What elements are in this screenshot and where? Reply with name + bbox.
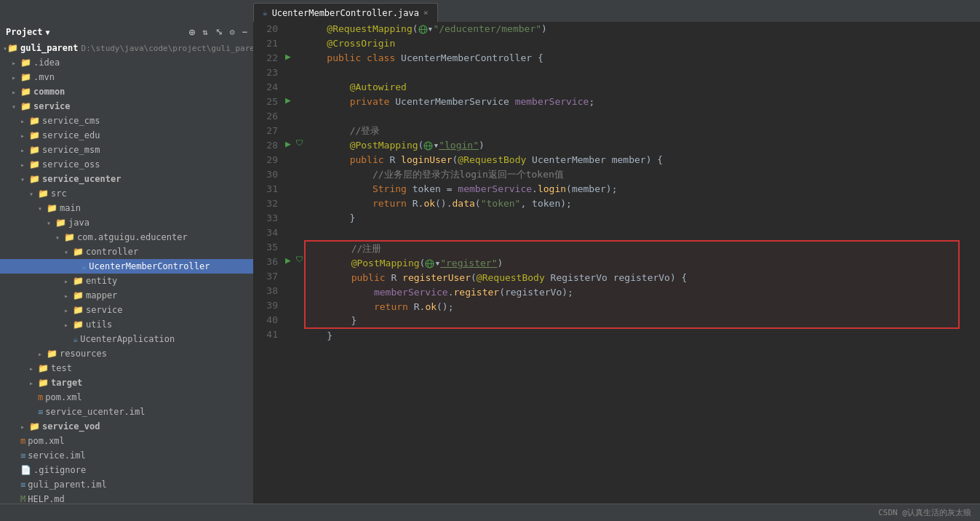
expand-arrow: ▸ [38, 350, 47, 358]
line-num-38: 38 [259, 284, 278, 298]
tree-item-resources[interactable]: ▸ 📁 resources [0, 346, 253, 361]
tree-item-help-md[interactable]: M HELP.md [0, 492, 253, 504]
folder-icon: 📁 [29, 130, 40, 140]
run-icon-22[interactable]: ▶ [285, 51, 291, 62]
code-line-34 [304, 226, 965, 240]
java-icon: ☕ [73, 334, 78, 344]
status-bar: CSDN @认真生活的灰太狼 [0, 504, 980, 521]
tree-item-entity[interactable]: ▸ 📁 entity [0, 274, 253, 288]
line-num-21: 21 [259, 36, 278, 51]
tree-item-service-iml[interactable]: ≡ service.iml [0, 448, 253, 463]
tree-item-mapper[interactable]: ▸ 📁 mapper [0, 288, 253, 303]
item-label: common [33, 87, 65, 97]
item-label: pom.xml [45, 392, 82, 402]
tree-item-src[interactable]: ▾ 📁 src [0, 186, 253, 201]
tree-item-utils[interactable]: ▸ 📁 utils [0, 317, 253, 332]
chevron-down-icon: ▼ [46, 28, 50, 36]
tree-item-target[interactable]: ▸ 📁 target [0, 375, 253, 390]
active-tab[interactable]: ☕ UcenterMemberController.java × [253, 3, 438, 22]
item-label: service_cms [42, 116, 100, 126]
item-label: service [33, 101, 71, 111]
code-line-23 [304, 65, 965, 80]
tree-item-common[interactable]: ▸ 📁 common [0, 84, 253, 99]
run-icon-29[interactable]: ▶ [285, 138, 291, 149]
expand-arrow: ▸ [12, 73, 20, 81]
tree-item-guli-parent[interactable]: ▾ 📁 guli_parent D:\study\java\code\proje… [0, 41, 253, 55]
tree-item-service-oss[interactable]: ▸ 📁 service_oss [0, 157, 253, 172]
tree-item-mvn[interactable]: ▸ 📁 .mvn [0, 70, 253, 84]
shield-icon-37: 🛡 [295, 255, 303, 264]
expand-arrow: ▾ [64, 248, 73, 256]
code-line-39: return R.ok(); [306, 300, 958, 314]
tree-item-pom-root[interactable]: m pom.xml [0, 434, 253, 448]
run-icon-37[interactable]: ▶ [285, 255, 291, 266]
sidebar: Project ▼ ⊕ ⇅ ⤡ ⚙ − ▾ 📁 guli_parent D:\s… [0, 22, 253, 504]
tab-close-button[interactable]: × [423, 8, 429, 17]
tree-item-service-ucenter-iml[interactable]: ≡ service_ucenter.iml [0, 405, 253, 419]
project-label: Project [6, 27, 43, 37]
folder-icon: 📁 [20, 101, 31, 111]
tree-item-main[interactable]: ▾ 📁 main [0, 201, 253, 215]
item-label: mapper [86, 290, 117, 301]
code-line-36: @PostMapping(▾"register") [306, 256, 958, 271]
tree-item-test[interactable]: ▸ 📁 test [0, 361, 253, 375]
item-label: UcenterApplication [80, 334, 175, 344]
expand-arrow: ▸ [20, 132, 29, 140]
item-path: D:\study\java\code\project\guli_parent [81, 44, 253, 53]
collapse-icon[interactable]: ⤡ [215, 27, 223, 37]
line-num-23: 23 [259, 65, 278, 80]
tree-item-service-vod[interactable]: ▸ 📁 service_vod [0, 419, 253, 434]
tree-item-ucenter-controller[interactable]: ☕ UcenterMemberController [0, 259, 253, 274]
item-label: main [60, 203, 81, 213]
globe-icon-28 [423, 141, 433, 151]
tree-item-service-pkg[interactable]: ▸ 📁 service [0, 303, 253, 317]
globe-icon-20 [418, 25, 428, 34]
code-line-26 [304, 109, 965, 124]
expand-arrow: ▾ [55, 234, 64, 242]
item-label: com.atguigu.educenter [77, 232, 188, 242]
java-icon: ☕ [81, 261, 87, 271]
expand-arrow: ▾ [29, 190, 38, 198]
java-file-icon: ☕ [263, 8, 268, 17]
tree-item-service-edu[interactable]: ▸ 📁 service_edu [0, 128, 253, 143]
expand-arrow: ▸ [29, 365, 38, 373]
run-icon-25[interactable]: ▶ [285, 95, 291, 106]
highlight-block-start: //注册 @PostMapping(▾"register") public R … [304, 240, 960, 329]
item-label: guli_parent [20, 43, 78, 53]
minimize-icon[interactable]: − [242, 27, 247, 37]
line-num-29: 29 [259, 153, 278, 167]
tree-item-guli-parent-iml[interactable]: ≡ guli_parent.iml [0, 477, 253, 492]
globe-icon-36 [425, 259, 434, 269]
code-line-38: memberService.register(registerVo); [306, 285, 958, 300]
tree-item-service[interactable]: ▾ 📁 service [0, 99, 253, 114]
file-icon: 📄 [20, 465, 31, 475]
md-icon: M [20, 494, 25, 504]
tree-item-com-atguigu[interactable]: ▾ 📁 com.atguigu.educenter [0, 230, 253, 244]
settings-icon[interactable]: ⚙ [230, 27, 235, 37]
tree-item-java[interactable]: ▾ 📁 java [0, 215, 253, 230]
sort-icon[interactable]: ⇅ [202, 27, 207, 37]
code-editor[interactable]: 20 21 22 23 24 25 26 27 28 29 30 31 32 3… [253, 22, 980, 504]
tree-item-gitignore[interactable]: 📄 .gitignore [0, 463, 253, 477]
tab-bar: ☕ UcenterMemberController.java × [0, 0, 980, 22]
add-icon[interactable]: ⊕ [189, 26, 195, 38]
line-num-27: 27 [259, 124, 278, 138]
sidebar-header[interactable]: Project ▼ ⊕ ⇅ ⤡ ⚙ − [0, 23, 253, 41]
code-line-20: @RequestMapping(▾"/educenter/member") [304, 22, 965, 36]
tree-item-pom-ucenter[interactable]: m pom.xml [0, 390, 253, 405]
tree-item-service-cms[interactable]: ▸ 📁 service_cms [0, 114, 253, 128]
tree-item-service-ucenter[interactable]: ▾ 📁 service_ucenter [0, 172, 253, 186]
tree-item-ucenter-app[interactable]: ☕ UcenterApplication [0, 332, 253, 346]
code-line-25: private UcenterMemberService memberServi… [304, 95, 965, 109]
tree-item-idea[interactable]: ▸ 📁 .idea [0, 55, 253, 70]
code-line-27: //登录 [304, 124, 965, 138]
item-label: entity [86, 276, 117, 286]
tree-item-service-msm[interactable]: ▸ 📁 service_msm [0, 143, 253, 157]
expand-arrow: ▾ [12, 103, 20, 111]
tree-item-controller[interactable]: ▾ 📁 controller [0, 244, 253, 259]
code-line-30: //业务层的登录方法login返回一个token值 [304, 167, 965, 182]
item-label: java [68, 218, 89, 228]
xml-icon: m [38, 392, 43, 402]
folder-icon: 📁 [55, 218, 66, 228]
expand-arrow: ▾ [20, 175, 29, 183]
